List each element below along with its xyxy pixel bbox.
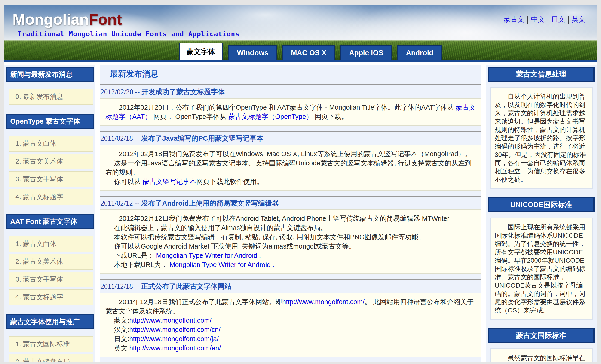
sidebar-item[interactable]: 1. 蒙古文白体 — [9, 136, 93, 152]
tab-4[interactable]: Apple iOS — [341, 45, 392, 60]
news-text: 本软件可以把传统蒙古文竖写编辑，有复制, 粘贴, 保存, 读取, 用附加文本文件… — [105, 233, 425, 241]
news-divider — [100, 84, 481, 85]
sidebar-group: OpenType 蒙古文字体1. 蒙古文白体2. 蒙古文美术体3. 蒙古文手写体… — [4, 114, 95, 205]
sidebar-group-title: 蒙古文字体使用与推广 — [7, 314, 94, 329]
logo-text-red: Font — [89, 11, 122, 28]
sidebar-group: 蒙古文字体使用与推广1. 蒙古文国际标准2. 蒙古文键盘布局3. 特殊字形转换法 — [4, 314, 95, 362]
language-link-3[interactable]: 日文 — [548, 15, 568, 24]
header-banner: MongolianFont Traditional Mongolian Unic… — [4, 5, 597, 62]
tab-2[interactable]: Windows — [228, 45, 277, 60]
tab-1[interactable]: 蒙文字体 — [179, 43, 223, 60]
news-text: 日文: — [105, 335, 129, 343]
news-title-link[interactable]: 正式公布了此蒙古文字体网站 — [141, 282, 231, 290]
news-date-separator: -- — [133, 199, 141, 207]
news-text: 在此编辑器上，蒙古文的输入使用了Almas独自设计的蒙古文键盘布局。 — [105, 224, 327, 231]
news-inline-link[interactable]: http://www.mongolfont.com/ — [129, 317, 211, 324]
news-date: 2012/02/20 — [100, 88, 133, 96]
news-date-separator: -- — [133, 134, 141, 142]
news-item-heading[interactable]: 2011/02/18 -- 发布了Java编写的PC用蒙文竖写记事本 — [100, 134, 481, 143]
news-text: 2012年02月12日我们免费发布了可以在Android Tablet, And… — [105, 215, 449, 222]
language-switcher: 蒙古文中文日文英文 — [501, 15, 589, 24]
news-item-heading[interactable]: 2012/02/20 -- 开发成功了蒙古文标题字体 — [100, 87, 481, 96]
news-body: 2012年02月18日我们免费发布了可以在Windows, Mac OS X, … — [100, 145, 481, 191]
sidebar-item[interactable]: 2. 蒙古文美术体 — [9, 254, 93, 269]
news-inline-link[interactable]: http://www.mongolfont.com/ja/ — [129, 335, 219, 343]
news-inline-link[interactable]: Mongolian Type Writer for Android . — [170, 261, 274, 268]
sidebar-item[interactable]: 1. 蒙古文白体 — [9, 236, 93, 252]
sidebar-group: 新闻与最新发布消息0. 最新发布消息 — [4, 67, 95, 105]
sidebar-item[interactable]: 2. 蒙古文键盘布局 — [9, 354, 93, 362]
tab-5[interactable]: Android — [397, 45, 442, 60]
language-link-2[interactable]: 中文 — [528, 15, 548, 24]
news-text: 网页下载此软件使用。 — [196, 178, 263, 185]
news-date: 2011/02/18 — [100, 134, 133, 142]
news-title-link[interactable]: 开发成功了蒙古文标题字体 — [141, 88, 225, 96]
sidebar-item[interactable]: 4. 蒙古文标题字 — [9, 289, 93, 305]
right-section-title: 蒙古文信息处理 — [488, 67, 594, 82]
news-text: 2011年12月18日我们正式公布了此蒙古文字体网站。即 — [105, 298, 282, 306]
page: MongolianFont Traditional Mongolian Unic… — [0, 0, 601, 364]
news-date: 2011/12/18 — [100, 282, 133, 290]
news-inline-link[interactable]: http://www.mongolfont.com/ — [282, 298, 365, 306]
news-title-link[interactable]: 发布了Java编写的PC用蒙文竖写记事本 — [141, 134, 263, 142]
site-logo[interactable]: MongolianFont — [12, 11, 122, 28]
sidebar-group: AAT Font 蒙古文字体1. 蒙古文白体2. 蒙古文美术体3. 蒙古文手写体… — [4, 214, 95, 305]
news-inline-link[interactable]: http://www.mongolfont.com/cn/ — [129, 326, 220, 333]
news-divider — [100, 131, 481, 132]
right-section-title: 蒙古文国际标准 — [488, 328, 594, 343]
sidebar-item-list: 1. 蒙古文国际标准2. 蒙古文键盘布局3. 特殊字形转换法 — [9, 336, 93, 362]
right-section-body: 虽然蒙古文的国际标准早在2000年就收录进了UNICODE，但是支持字形转换机制… — [490, 348, 593, 362]
left-sidebar: 新闻与最新发布消息0. 最新发布消息OpenType 蒙古文字体1. 蒙古文白体… — [4, 65, 95, 362]
sidebar-item[interactable]: 3. 蒙古文手写体 — [9, 272, 93, 287]
content-area: 新闻与最新发布消息0. 最新发布消息OpenType 蒙古文字体1. 蒙古文白体… — [4, 65, 597, 362]
news-date: 2011/02/12 — [100, 199, 133, 207]
news-inline-link[interactable]: 蒙古文标题字（OpenType） — [228, 113, 313, 120]
news-text: 2012年02月20日，公布了我们的第四个OpenType 和 AAT蒙古文字体… — [105, 104, 456, 111]
sidebar-item[interactable]: 1. 蒙古文国际标准 — [9, 336, 93, 352]
logo-text-white: Mongolian — [12, 11, 89, 28]
news-text: 这是一个用Java语言编写的竖写蒙古文记事本。支持国际编码Unicode蒙古文的… — [105, 159, 471, 176]
sidebar-item-list: 1. 蒙古文白体2. 蒙古文美术体3. 蒙古文手写体4. 蒙古文标题字 — [9, 136, 93, 205]
news-text: 你可以从 — [105, 178, 143, 185]
news-body: 2012年02月20日，公布了我们的第四个OpenType 和 AAT蒙古文字体… — [100, 98, 481, 126]
news-text: 蒙文: — [105, 317, 129, 324]
language-link-4[interactable]: 英文 — [569, 15, 589, 24]
news-divider — [100, 196, 481, 197]
right-section-title: UNICODE国际标准 — [488, 197, 594, 212]
page-body: MongolianFont Traditional Mongolian Unic… — [4, 5, 597, 362]
sidebar-item[interactable]: 3. 蒙古文手写体 — [9, 171, 93, 187]
main-column: 最新发布消息 2012/02/20 -- 开发成功了蒙古文标题字体 2012年0… — [100, 65, 481, 362]
news-text: 汉文: — [105, 326, 129, 333]
news-title-link[interactable]: 发布了Android上使用的简易蒙文竖写编辑器 — [141, 199, 279, 207]
news-text: 下载URL是： — [105, 252, 156, 259]
news-item-heading[interactable]: 2011/02/12 -- 发布了Android上使用的简易蒙文竖写编辑器 — [100, 199, 481, 208]
news-text: 本地下载URL为： — [105, 261, 170, 268]
news-divider — [100, 279, 481, 280]
sidebar-item-list: 1. 蒙古文白体2. 蒙古文美术体3. 蒙古文手写体4. 蒙古文标题字 — [9, 236, 93, 305]
news-item-heading[interactable]: 2011/12/18 -- 正式公布了此蒙古文字体网站 — [100, 282, 481, 291]
right-section-body: 国际上现在所有系统都采用国际化标准编码体系UNICODE编码。为了信息交换的统一… — [490, 218, 593, 320]
news-list: 2012/02/20 -- 开发成功了蒙古文标题字体 2012年02月20日，公… — [100, 84, 481, 362]
sidebar-group-title: OpenType 蒙古文字体 — [7, 114, 94, 129]
news-text: 网页， OpenType字体从 — [151, 113, 228, 120]
sidebar-group-title: 新闻与最新发布消息 — [7, 67, 94, 82]
news-body: 2011年12月18日我们正式公布了此蒙古文字体网站。即http://www.m… — [100, 293, 481, 357]
sidebar-item[interactable]: 0. 最新发布消息 — [9, 89, 93, 105]
news-inline-link[interactable]: 蒙古文竖写记事本 — [143, 178, 196, 185]
main-nav-tabs: 蒙文字体WindowsMAC OS XApple iOSAndroid — [179, 43, 442, 60]
page-title: 最新发布消息 — [110, 68, 481, 79]
news-text: 你可以从Google Android Market 下载使用, 关键词为alma… — [105, 242, 355, 250]
site-tagline: Traditional Mongolian Unicode Fonts and … — [18, 30, 240, 38]
sidebar-item[interactable]: 4. 蒙古文标题字 — [9, 189, 93, 205]
right-sidebar: 蒙古文信息处理 自从个人计算机的出现到普及，以及现在的数字化时代的到来，蒙古文的… — [486, 65, 597, 362]
news-text: 2012年02月18日我们免费发布了可以在Windows, Mac OS X, … — [105, 150, 471, 158]
tab-3[interactable]: MAC OS X — [282, 45, 335, 60]
news-inline-link[interactable]: http://www.mongolfont.com/en/ — [129, 344, 221, 352]
news-date-separator: -- — [133, 88, 141, 96]
news-inline-link[interactable]: Mongolian Type Writer for Android . — [156, 252, 261, 259]
news-date-separator: -- — [133, 282, 141, 290]
sidebar-item[interactable]: 2. 蒙古文美术体 — [9, 153, 93, 169]
sidebar-item-list: 0. 最新发布消息 — [9, 89, 93, 105]
language-link-1[interactable]: 蒙古文 — [501, 15, 528, 24]
news-text: 网页下载。 — [313, 113, 348, 120]
